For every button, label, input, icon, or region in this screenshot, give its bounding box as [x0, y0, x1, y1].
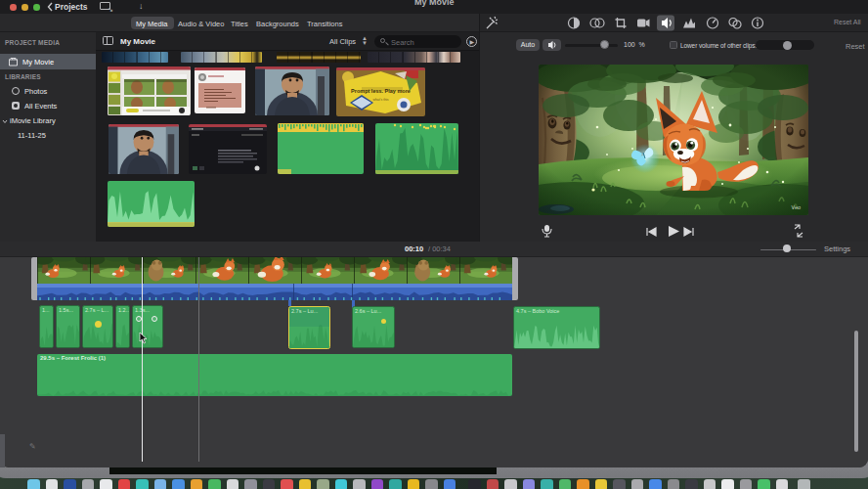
svg-text:Prompt less. Play more: Prompt less. Play more: [351, 88, 411, 94]
svg-text:what's this: what's this: [372, 98, 388, 102]
svg-text:Veo: Veo: [792, 204, 801, 210]
